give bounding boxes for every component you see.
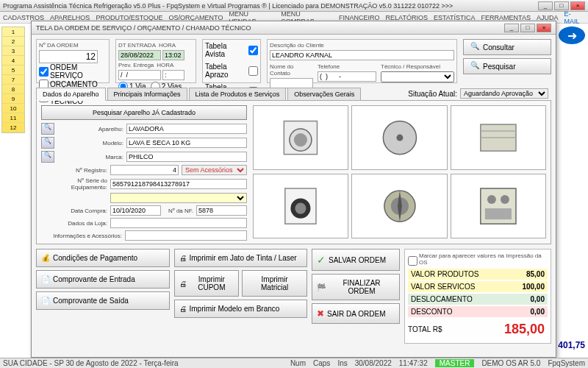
bg-row[interactable]: 11 <box>2 113 24 123</box>
appliance-image[interactable] <box>253 174 348 238</box>
dt-prev[interactable] <box>118 70 161 80</box>
bg-row[interactable]: 7 <box>2 75 24 85</box>
close-icon: ✖ <box>317 308 324 319</box>
minimize-button[interactable]: _ <box>538 1 553 10</box>
telefone-input[interactable] <box>318 71 376 82</box>
pesquisar-button[interactable]: 🔍Pesquisar <box>463 58 551 74</box>
menu-ajuda[interactable]: AJUDA <box>537 14 559 21</box>
menu-os[interactable]: OS/ORÇAMENTO <box>169 14 223 21</box>
serie-input[interactable] <box>110 179 247 189</box>
chk-os[interactable] <box>39 67 49 77</box>
compra-input[interactable] <box>110 205 161 216</box>
lookup-icon[interactable]: 🔍 <box>41 151 54 163</box>
modal-minimize[interactable]: _ <box>504 24 519 32</box>
arrow-icon[interactable]: ➜ <box>559 26 585 44</box>
printer-icon: 🖨 <box>179 305 187 313</box>
menu-produto[interactable]: PRODUTO/ESTOQUE <box>96 14 162 21</box>
hora-entrada[interactable] <box>162 50 184 60</box>
comprovante-saida-button[interactable]: 📄Comprovante de Saída <box>36 291 170 310</box>
modal-titlebar: TELA DA ORDEM DE SERVIÇO / ORÇAMENTO / C… <box>32 21 556 35</box>
acessorios-select[interactable]: Sem Acessórios <box>182 165 247 175</box>
bg-row[interactable]: 8 <box>2 85 24 94</box>
appliance-image[interactable] <box>253 105 348 170</box>
imprimir-matricial-button[interactable]: Imprimir Matricial <box>242 270 307 297</box>
contato-input[interactable] <box>270 78 313 88</box>
tab-observacoes[interactable]: Observações Gerais <box>287 88 361 100</box>
doc-icon: 📄 <box>41 297 50 305</box>
maximize-button[interactable]: □ <box>554 1 569 10</box>
modelo-input[interactable] <box>126 138 247 148</box>
status-master: MASTER <box>435 359 475 367</box>
chk-mark-totals[interactable] <box>408 256 417 266</box>
appliance-image[interactable] <box>351 174 447 238</box>
window-title: Programa Assistência Técnica Refrigeraçã… <box>3 2 538 10</box>
situacao-field: Situação Atual: Aguardando Aprovação <box>408 88 548 99</box>
info-input[interactable] <box>125 230 247 241</box>
comprovante-entrada-button[interactable]: 📄Comprovante de Entrada <box>36 270 170 289</box>
chk-avista[interactable] <box>248 46 258 55</box>
marca-input[interactable] <box>126 152 247 162</box>
menu-cadastros[interactable]: CADASTROS <box>3 14 44 21</box>
serie2-select[interactable] <box>110 193 247 203</box>
tab-dados-aparelho[interactable]: Dados do Aparelho <box>36 88 106 101</box>
total-value: 185,00 <box>442 319 548 340</box>
menu-financeiro[interactable]: FINANCEIRO <box>339 14 380 21</box>
doc-icon: 📄 <box>41 275 50 283</box>
tab-produtos[interactable]: Lista de Produtos e Serviços <box>189 88 287 100</box>
menu-relatorios[interactable]: RELATÓRIOS <box>386 14 428 21</box>
lookup-icon[interactable]: 🔍 <box>41 123 54 135</box>
imprimir-branco-button[interactable]: 🖨Imprimir Modelo em Branco <box>174 300 308 318</box>
bg-row[interactable]: 5 <box>2 66 24 75</box>
appliance-image[interactable] <box>451 105 546 170</box>
close-button[interactable]: × <box>570 1 585 10</box>
bg-order-list: 1 2 3 4 5 7 8 9 10 11 12 <box>1 26 25 133</box>
bg-row[interactable]: 9 <box>2 94 24 104</box>
hora-prev[interactable] <box>162 70 184 80</box>
consultar-button[interactable]: 🔍Consultar <box>463 39 551 55</box>
pesquisar-aparelho-button[interactable]: Pesquisar Aparelho JÁ Cadastrado <box>41 105 247 120</box>
menu-estatistica[interactable]: ESTATÍSTICA <box>434 14 476 21</box>
service-order-modal: TELA DA ORDEM DE SERVIÇO / ORÇAMENTO / C… <box>31 21 556 358</box>
nf-input[interactable] <box>196 205 247 216</box>
situacao-select[interactable]: Aguardando Aprovação <box>460 88 548 99</box>
flag-icon: 🏁 <box>317 283 326 291</box>
dt-entrada[interactable] <box>118 50 161 60</box>
finalizar-button[interactable]: 🏁FINALIZAR ORDEM <box>312 274 400 300</box>
window-controls: _ □ × <box>538 1 585 10</box>
check-icon: ✓ <box>317 254 326 266</box>
modal-close[interactable]: × <box>537 24 551 32</box>
bg-row[interactable]: 2 <box>2 37 24 46</box>
bg-row[interactable]: 4 <box>2 56 24 66</box>
svg-point-2 <box>294 133 307 146</box>
status-location: SUA CIDADE - SP 30 de Agosto de 2022 - T… <box>3 359 179 367</box>
appliance-image[interactable] <box>451 174 546 238</box>
ordem-input[interactable] <box>39 50 98 63</box>
menu-ferramentas[interactable]: FERRAMENTAS <box>481 14 531 21</box>
registro-input[interactable] <box>110 165 179 175</box>
imprimir-laser-button[interactable]: 🖨Imprimir em Jato de Tinta / Laser <box>174 249 308 267</box>
aparelho-input[interactable] <box>126 124 247 134</box>
tab-principais[interactable]: Principais Informações <box>107 88 187 100</box>
menu-aparelhos[interactable]: APARELHOS <box>50 14 90 21</box>
salvar-button[interactable]: ✓SALVAR ORDEM <box>312 249 400 271</box>
chk-aprazo[interactable] <box>248 66 258 76</box>
bg-row[interactable]: 10 <box>2 104 24 113</box>
tecnico-select[interactable] <box>381 71 454 82</box>
lookup-icon[interactable]: 🔍 <box>41 137 54 149</box>
totals-panel: Marcar para aparecer valores na Impressã… <box>404 249 551 344</box>
modal-maximize[interactable]: □ <box>520 24 535 32</box>
printer-icon: 🖨 <box>179 280 187 288</box>
bg-row[interactable]: 12 <box>2 123 24 132</box>
condicoes-button[interactable]: 💰Condições de Pagamento <box>36 249 170 267</box>
appliance-image[interactable] <box>351 105 447 170</box>
loja-input[interactable] <box>110 218 247 228</box>
menu-email[interactable]: E-MAIL <box>564 10 585 25</box>
cliente-nome[interactable] <box>270 50 454 60</box>
search-icon: 🔍 <box>470 42 480 52</box>
imprimir-cupom-button[interactable]: 🖨Imprimir CUPOM <box>174 270 240 297</box>
bg-row[interactable]: 3 <box>2 46 24 56</box>
sair-button[interactable]: ✖SAIR DA ORDEM <box>312 303 400 324</box>
svg-rect-16 <box>485 208 512 219</box>
bg-row[interactable]: 1 <box>2 27 24 37</box>
svg-point-14 <box>487 195 496 204</box>
